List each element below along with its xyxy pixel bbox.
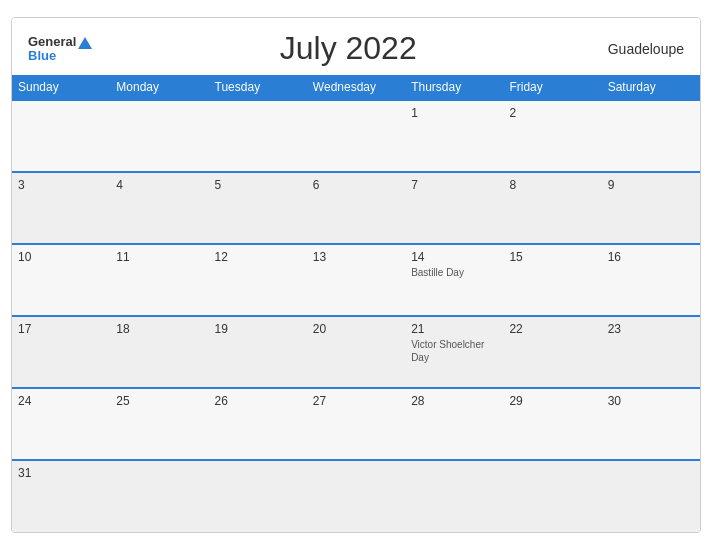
day-number: 27 [313, 394, 399, 408]
day-number: 28 [411, 394, 497, 408]
calendar-cell [209, 100, 307, 172]
day-number: 24 [18, 394, 104, 408]
calendar-cell: 28 [405, 388, 503, 460]
calendar-cell: 5 [209, 172, 307, 244]
calendar-week-row: 3456789 [12, 172, 700, 244]
col-thursday: Thursday [405, 75, 503, 100]
calendar-cell: 20 [307, 316, 405, 388]
day-number: 2 [509, 106, 595, 120]
col-tuesday: Tuesday [209, 75, 307, 100]
day-number: 3 [18, 178, 104, 192]
day-number: 26 [215, 394, 301, 408]
day-number: 11 [116, 250, 202, 264]
calendar-cell [110, 100, 208, 172]
calendar-cell [307, 100, 405, 172]
day-number: 30 [608, 394, 694, 408]
calendar-week-row: 12 [12, 100, 700, 172]
col-saturday: Saturday [602, 75, 700, 100]
calendar-cell: 24 [12, 388, 110, 460]
calendar-cell: 25 [110, 388, 208, 460]
calendar-cell [602, 460, 700, 532]
calendar-week-row: 1011121314Bastille Day1516 [12, 244, 700, 316]
day-number: 9 [608, 178, 694, 192]
calendar-cell [209, 460, 307, 532]
calendar-cell: 30 [602, 388, 700, 460]
calendar-cell: 8 [503, 172, 601, 244]
day-number: 31 [18, 466, 104, 480]
calendar-cell [110, 460, 208, 532]
calendar-body: 1234567891011121314Bastille Day151617181… [12, 100, 700, 532]
logo-blue-text: Blue [28, 49, 56, 62]
event-label: Victor Shoelcher Day [411, 338, 497, 364]
calendar-cell [503, 460, 601, 532]
calendar-cell: 18 [110, 316, 208, 388]
col-sunday: Sunday [12, 75, 110, 100]
calendar-cell: 16 [602, 244, 700, 316]
calendar-cell: 10 [12, 244, 110, 316]
col-monday: Monday [110, 75, 208, 100]
day-number: 14 [411, 250, 497, 264]
day-number: 15 [509, 250, 595, 264]
day-number: 6 [313, 178, 399, 192]
day-number: 19 [215, 322, 301, 336]
calendar-cell: 14Bastille Day [405, 244, 503, 316]
day-number: 22 [509, 322, 595, 336]
calendar-container: General Blue July 2022 Guadeloupe Sunday… [11, 17, 701, 533]
day-number: 16 [608, 250, 694, 264]
day-number: 21 [411, 322, 497, 336]
day-number: 23 [608, 322, 694, 336]
weekday-header-row: Sunday Monday Tuesday Wednesday Thursday… [12, 75, 700, 100]
calendar-cell: 3 [12, 172, 110, 244]
calendar-cell: 15 [503, 244, 601, 316]
col-friday: Friday [503, 75, 601, 100]
calendar-cell: 31 [12, 460, 110, 532]
calendar-cell: 26 [209, 388, 307, 460]
calendar-cell [405, 460, 503, 532]
col-wednesday: Wednesday [307, 75, 405, 100]
calendar-title: July 2022 [92, 30, 604, 67]
calendar-cell: 2 [503, 100, 601, 172]
calendar-week-row: 1718192021Victor Shoelcher Day2223 [12, 316, 700, 388]
day-number: 17 [18, 322, 104, 336]
region-label: Guadeloupe [604, 41, 684, 57]
day-number: 4 [116, 178, 202, 192]
calendar-cell: 17 [12, 316, 110, 388]
calendar-week-row: 31 [12, 460, 700, 532]
calendar-header: General Blue July 2022 Guadeloupe [12, 18, 700, 75]
day-number: 10 [18, 250, 104, 264]
logo-triangle-icon [78, 37, 92, 49]
day-number: 13 [313, 250, 399, 264]
day-number: 29 [509, 394, 595, 408]
calendar-cell: 23 [602, 316, 700, 388]
calendar-cell: 27 [307, 388, 405, 460]
calendar-cell: 6 [307, 172, 405, 244]
calendar-cell: 9 [602, 172, 700, 244]
calendar-cell: 11 [110, 244, 208, 316]
calendar-cell: 7 [405, 172, 503, 244]
day-number: 8 [509, 178, 595, 192]
logo-area: General Blue [28, 35, 92, 62]
day-number: 7 [411, 178, 497, 192]
day-number: 18 [116, 322, 202, 336]
calendar-week-row: 24252627282930 [12, 388, 700, 460]
day-number: 1 [411, 106, 497, 120]
calendar-cell [307, 460, 405, 532]
day-number: 20 [313, 322, 399, 336]
logo-general-text: General [28, 35, 92, 49]
calendar-cell: 1 [405, 100, 503, 172]
calendar-cell: 13 [307, 244, 405, 316]
calendar-cell [602, 100, 700, 172]
calendar-cell: 4 [110, 172, 208, 244]
calendar-cell: 22 [503, 316, 601, 388]
calendar-cell: 21Victor Shoelcher Day [405, 316, 503, 388]
calendar-cell [12, 100, 110, 172]
calendar-cell: 29 [503, 388, 601, 460]
day-number: 12 [215, 250, 301, 264]
day-number: 25 [116, 394, 202, 408]
calendar-cell: 12 [209, 244, 307, 316]
event-label: Bastille Day [411, 266, 497, 279]
calendar-grid: Sunday Monday Tuesday Wednesday Thursday… [12, 75, 700, 532]
calendar-cell: 19 [209, 316, 307, 388]
day-number: 5 [215, 178, 301, 192]
